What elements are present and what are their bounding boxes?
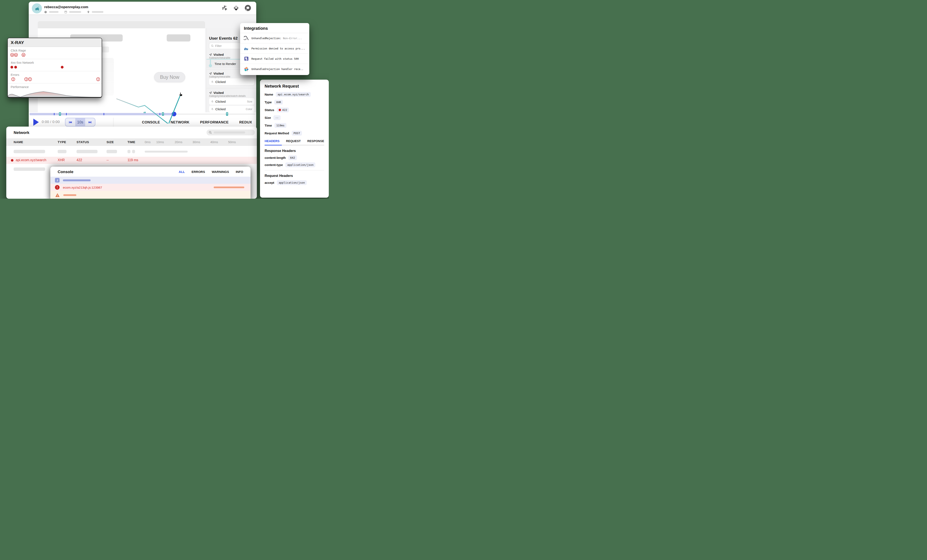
play-button[interactable]: [33, 118, 39, 126]
skip-back-button[interactable]: [65, 118, 75, 126]
header-label: accept: [264, 181, 274, 184]
event-visited-1[interactable]: Visited: [209, 53, 224, 56]
time-to-render-label: Time to Render: [214, 62, 236, 65]
click-icon: [211, 108, 214, 111]
field-label: Status: [264, 108, 274, 112]
sentry-icon: [244, 36, 249, 41]
timeline-played: [30, 113, 174, 115]
xray-title: X-RAY: [8, 38, 102, 47]
user-email: rebecca@openreplay.com: [44, 5, 88, 9]
user-events-count: 62: [233, 36, 237, 41]
event-visited-2[interactable]: Visited: [209, 72, 224, 75]
tab-redux[interactable]: REDUX: [239, 120, 252, 124]
integration-rollbar[interactable]: Permission denied to access pro...: [240, 43, 309, 54]
avatar[interactable]: [32, 3, 42, 14]
event-clicked[interactable]: Clicked: [209, 78, 254, 85]
time-display: 0:00 / 0:00: [42, 120, 60, 124]
log-placeholder: [63, 194, 76, 196]
failed-request-row[interactable]: api.ecom.xyz/search XHR 422 -- 119 ms: [6, 157, 257, 164]
request-status-value: 422: [277, 108, 289, 112]
slack-icon[interactable]: [222, 5, 228, 11]
visit-icon: [209, 91, 212, 94]
network-request-title: Network Request: [264, 84, 324, 89]
divider: [207, 88, 256, 88]
click-icon: [211, 80, 214, 83]
search-icon: [209, 131, 212, 134]
timeline-node: [209, 64, 212, 67]
event-tick-marker[interactable]: [160, 113, 160, 115]
network-request-panel: Network Request Name api.ecom.xyz/search…: [260, 80, 329, 197]
header-label: content-length: [264, 156, 286, 159]
request-type: XHR: [58, 158, 65, 162]
console-tab-info[interactable]: INFO: [236, 170, 243, 173]
console-panel: Console ALL ERRORS WARNINGS INFO i ! eco…: [50, 167, 251, 199]
integrations-panel: Integrations UnhandledRejection: Non—Err…: [240, 23, 309, 75]
skip-forward-button[interactable]: [85, 118, 95, 126]
request-size: --: [106, 158, 109, 162]
console-error-row[interactable]: ! ecom.xyz/a213qh.js:123987: [50, 184, 251, 191]
visit-icon: [209, 72, 212, 75]
console-warning-row[interactable]: [50, 191, 251, 199]
console-tab-all[interactable]: ALL: [179, 170, 185, 173]
request-status: 422: [76, 158, 82, 162]
event-clicked-size[interactable]: Clicked Size: [209, 98, 254, 105]
session-header: rebecca@openreplay.com: [29, 2, 256, 15]
tab-headers[interactable]: HEADERS: [264, 140, 280, 143]
timeline-track[interactable]: “: [30, 113, 255, 115]
console-title: Console: [58, 170, 73, 174]
field-label: Time: [264, 124, 272, 127]
log-placeholder: [214, 187, 244, 188]
tab-response[interactable]: RESPONSE: [307, 140, 324, 143]
response-headers-title: Response Headers: [264, 149, 324, 153]
error-dot: [11, 159, 14, 162]
github-icon[interactable]: [245, 5, 251, 11]
xray-performance-row: Performance: [8, 83, 102, 98]
request-size-value: --: [274, 115, 281, 120]
status-error-dot: [279, 109, 281, 111]
event-clicked-color[interactable]: Clicked Color: [209, 106, 254, 112]
jira-icon[interactable]: [233, 5, 239, 11]
buy-now-button[interactable]: Buy Now: [154, 72, 185, 82]
request-method-value: POST: [292, 131, 302, 136]
rhino-icon: [33, 5, 41, 12]
table-row[interactable]: [6, 148, 257, 155]
field-label: Size: [264, 116, 271, 120]
console-tab-warnings[interactable]: WARNINGS: [212, 170, 229, 173]
skip-interval-label[interactable]: 10s: [75, 118, 85, 126]
tab-request[interactable]: REQUEST: [286, 140, 301, 143]
dot-marker: [14, 66, 17, 68]
console-tab-errors[interactable]: ERRORS: [191, 170, 205, 173]
integrations-title: Integrations: [240, 23, 309, 33]
click-target: Color: [246, 108, 252, 111]
error-marker: [28, 77, 32, 81]
field-label: Request Method: [264, 131, 289, 135]
integration-sentry[interactable]: UnhandledRejection: Non—Error...: [240, 33, 309, 43]
click-target: Size: [247, 100, 252, 103]
tab-performance[interactable]: PERFORMANCE: [200, 120, 229, 124]
tab-console[interactable]: CONSOLE: [142, 120, 160, 124]
skip-back-icon: [68, 120, 72, 124]
timeline-remaining: [174, 114, 255, 115]
integration-datadog[interactable]: Request failed with status 500: [240, 54, 309, 64]
location-placeholder: [92, 11, 103, 13]
header-label: content-type: [264, 163, 283, 167]
xray-click-rage-row: Click Rage: [8, 47, 102, 59]
skip-controls: 10s: [65, 118, 96, 127]
field-label: Name: [264, 93, 273, 96]
performance-sparkline: [8, 89, 102, 98]
datadog-icon: [244, 56, 249, 61]
error-marker: [11, 77, 15, 81]
tab-network[interactable]: NETWORK: [171, 120, 190, 124]
session-duration-placeholder: [49, 11, 58, 13]
event-tick-marker[interactable]: [66, 113, 67, 115]
info-icon: i: [55, 178, 59, 182]
event-tick-marker[interactable]: [103, 113, 104, 115]
event-visited-3[interactable]: Visited: [209, 91, 224, 94]
integration-elastic[interactable]: Unhandledrejection handler rece..: [240, 64, 309, 74]
network-search[interactable]: [207, 129, 255, 135]
divider: [113, 118, 114, 127]
event-tick-marker[interactable]: [54, 113, 55, 115]
console-info-row[interactable]: i: [50, 177, 251, 184]
accept-value: application/json: [277, 180, 307, 185]
network-table-header: NAME TYPE STATUS SIZE TIME 0ms 10ms 20ms…: [6, 138, 257, 146]
